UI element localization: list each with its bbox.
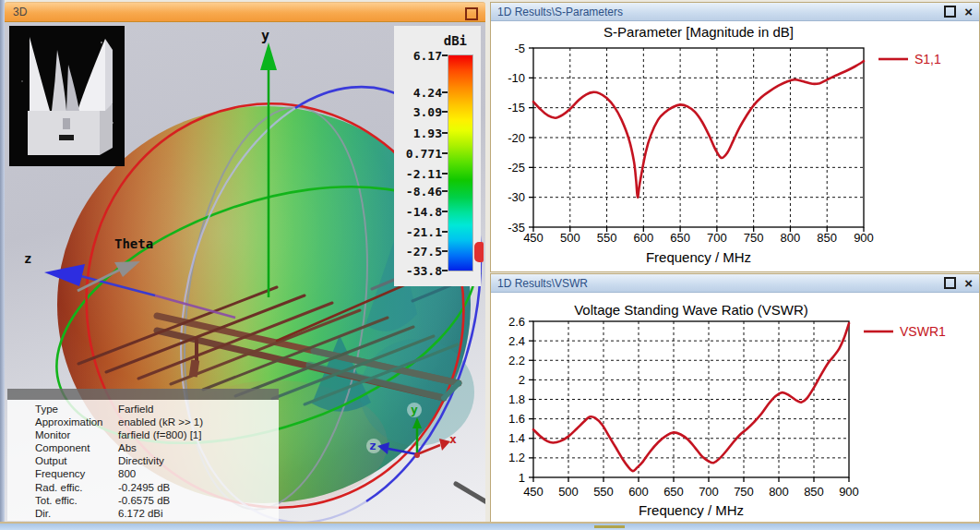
svg-text:Frequency / MHz: Frequency / MHz xyxy=(639,502,744,518)
colorbar-tick-mark xyxy=(442,190,448,192)
colorbar-gradient xyxy=(448,55,472,271)
svg-text:900: 900 xyxy=(839,485,859,499)
colorbar-panel: dBi 6.174.243.091.930.771-2.11-8.46-14.8… xyxy=(394,26,481,286)
colorbar-tick-mark xyxy=(442,211,448,212)
svg-text:600: 600 xyxy=(628,485,649,499)
sparam-result-window: 1D Results\S-Parameters × 45050055060065… xyxy=(490,2,980,272)
svg-text:500: 500 xyxy=(558,485,579,499)
info-table-row: OutputDirectivity xyxy=(35,455,279,468)
svg-text:450: 450 xyxy=(523,231,544,245)
svg-text:450: 450 xyxy=(523,485,544,499)
vswr-window-title: 1D Results\VSWR xyxy=(497,277,944,290)
svg-text:-15: -15 xyxy=(508,101,525,114)
info-table-row: Approximationenabled (kR >> 1) xyxy=(35,416,279,429)
3d-window-titlebar[interactable]: 3D xyxy=(5,2,485,22)
svg-text:650: 650 xyxy=(670,231,690,245)
colorbar-tick-label: 6.17 xyxy=(413,49,442,63)
cst-mdi-workspace: 3D xyxy=(0,0,980,530)
svg-text:-20: -20 xyxy=(508,131,525,145)
svg-text:700: 700 xyxy=(707,231,727,245)
svg-text:600: 600 xyxy=(633,231,653,245)
svg-text:550: 550 xyxy=(593,485,614,499)
colorbar-tick-label: -33.8 xyxy=(406,264,442,278)
widget-y-label: y xyxy=(411,403,418,416)
svg-text:-30: -30 xyxy=(508,190,525,204)
colorbar-tick-mark xyxy=(442,111,448,113)
workspace-bottom-strip xyxy=(0,524,980,530)
svg-text:1: 1 xyxy=(519,471,525,485)
info-table-row: Tot. effic.-0.6575 dB xyxy=(35,495,279,508)
svg-text:2: 2 xyxy=(519,373,525,387)
svg-text:Voltage Standing Wave Ratio (V: Voltage Standing Wave Ratio (VSWR) xyxy=(574,302,808,318)
svg-text:700: 700 xyxy=(699,485,719,499)
svg-text:850: 850 xyxy=(817,231,837,245)
colorbar-tick-mark xyxy=(442,270,448,271)
colorbar-tick-label: -8.46 xyxy=(406,184,442,198)
info-table-row: Rad. effic.-0.2495 dB xyxy=(35,482,279,495)
clipped-axis-marker xyxy=(474,242,484,262)
svg-text:500: 500 xyxy=(560,231,580,245)
svg-text:800: 800 xyxy=(769,485,789,499)
svg-text:1.4: 1.4 xyxy=(508,431,525,445)
theta-label: Theta xyxy=(114,236,153,251)
svg-text:VSWR1: VSWR1 xyxy=(900,324,946,339)
colorbar-tick-mark xyxy=(442,54,448,56)
info-table-header-strip xyxy=(7,389,279,400)
colorbar-tick-mark xyxy=(442,91,448,93)
maximize-icon[interactable] xyxy=(465,7,478,20)
svg-text:800: 800 xyxy=(781,231,801,245)
svg-text:900: 900 xyxy=(854,231,874,245)
svg-text:750: 750 xyxy=(734,485,754,499)
svg-text:750: 750 xyxy=(744,231,764,245)
vswr-result-window: 1D Results\VSWR × 4505005506006507007508… xyxy=(490,273,980,524)
svg-text:2.4: 2.4 xyxy=(508,334,525,348)
info-table-row: ComponentAbs xyxy=(35,442,279,455)
svg-text:1.2: 1.2 xyxy=(508,451,525,464)
svg-text:-25: -25 xyxy=(508,161,525,175)
colorbar-tick-label: 3.09 xyxy=(413,104,442,118)
close-icon[interactable]: × xyxy=(964,6,973,18)
svg-text:-5: -5 xyxy=(514,42,525,55)
svg-text:2.6: 2.6 xyxy=(508,315,525,329)
colorbar-tick-label: 1.93 xyxy=(413,126,442,139)
sparam-chart[interactable]: 450500550600650700750800850900-5-10-15-2… xyxy=(491,21,977,269)
colorbar-tick-mark xyxy=(442,250,448,252)
colorbar-tick-label: 4.24 xyxy=(413,85,442,99)
widget-x-label: x xyxy=(449,432,457,446)
colorbar-tick-label: 0.771 xyxy=(406,147,442,161)
info-table-row: Monitorfarfield (f=800) [1] xyxy=(35,429,279,442)
vswr-window-titlebar[interactable]: 1D Results\VSWR × xyxy=(491,274,979,293)
maximize-icon[interactable] xyxy=(944,277,956,289)
farfield-info-table: TypeFarfieldApproximationenabled (kR >> … xyxy=(7,389,279,521)
svg-text:2.2: 2.2 xyxy=(508,354,525,367)
sparam-window-title: 1D Results\S-Parameters xyxy=(497,6,944,18)
colorbar-tick-label: -21.1 xyxy=(406,225,442,239)
colorbar-tick-label: -2.11 xyxy=(406,167,442,181)
colorbar-tick-mark xyxy=(442,173,448,175)
scrollbar-thumb[interactable] xyxy=(594,525,625,528)
svg-text:550: 550 xyxy=(597,231,617,245)
sparam-window-titlebar[interactable]: 1D Results\S-Parameters × xyxy=(491,3,979,21)
3d-window-title: 3D xyxy=(13,3,27,21)
svg-text:-10: -10 xyxy=(508,71,525,85)
vswr-chart[interactable]: 4505005506006507007508008509002.62.42.22… xyxy=(491,293,977,520)
svg-text:1.8: 1.8 xyxy=(508,392,525,406)
maximize-icon[interactable] xyxy=(944,6,956,18)
colorbar-tick-mark xyxy=(442,231,448,233)
colorbar-tick-mark xyxy=(442,152,448,154)
svg-text:Frequency / MHz: Frequency / MHz xyxy=(646,249,751,265)
svg-text:1.6: 1.6 xyxy=(508,412,525,426)
info-table-row: Frequency800 xyxy=(35,468,279,481)
svg-text:-35: -35 xyxy=(508,221,525,235)
svg-text:S1,1: S1,1 xyxy=(914,52,941,66)
colorbar-unit-label: dBi xyxy=(444,33,467,48)
colorbar-tick-label: -27.5 xyxy=(406,245,442,259)
info-table-row: TypeFarfield xyxy=(35,404,279,416)
antenna-photo-inset xyxy=(9,26,125,166)
close-icon[interactable]: × xyxy=(964,278,973,289)
widget-z-label: z xyxy=(369,439,376,452)
z-axis-label: z xyxy=(24,251,31,266)
svg-text:850: 850 xyxy=(804,485,824,499)
svg-text:650: 650 xyxy=(663,485,684,499)
info-table-row: Dir.6.172 dBi xyxy=(35,508,279,521)
